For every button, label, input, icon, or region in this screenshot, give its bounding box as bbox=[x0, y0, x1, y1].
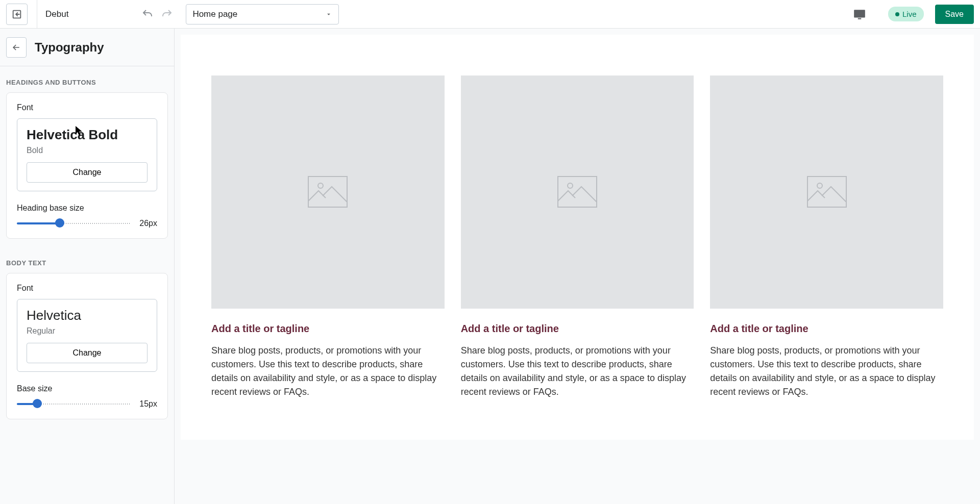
preview-frame: Add a title or tagline Share blog posts,… bbox=[181, 35, 974, 440]
body-font-card: Font Helvetica Regular Change Base size … bbox=[6, 273, 168, 419]
section-label-body: BODY TEXT bbox=[0, 247, 174, 273]
column-title: Add a title or tagline bbox=[461, 323, 694, 335]
exit-icon bbox=[11, 9, 22, 20]
heading-size-slider-row: 26px bbox=[17, 219, 157, 228]
section-label-headings: HEADINGS AND BUTTONS bbox=[0, 66, 174, 92]
back-button[interactable] bbox=[6, 37, 27, 58]
svg-point-4 bbox=[318, 183, 323, 188]
heading-size-value: 26px bbox=[136, 219, 157, 228]
heading-font-card: Font Helvetica Bold Bold Change Heading … bbox=[6, 92, 168, 239]
sidebar: Typography HEADINGS AND BUTTONS Font Hel… bbox=[0, 29, 175, 504]
live-label: Live bbox=[902, 10, 917, 18]
column-title: Add a title or tagline bbox=[710, 323, 943, 335]
preview-area: Add a title or tagline Share blog posts,… bbox=[175, 29, 980, 504]
column-text: Share blog posts, products, or promotion… bbox=[211, 344, 445, 399]
page-selector-label: Home page bbox=[192, 9, 237, 19]
sidebar-title: Typography bbox=[35, 40, 104, 55]
column-title: Add a title or tagline bbox=[211, 323, 445, 335]
body-size-value: 15px bbox=[136, 399, 157, 409]
body-font-box: Helvetica Regular Change bbox=[17, 299, 157, 372]
svg-point-6 bbox=[568, 183, 573, 188]
column: Add a title or tagline Share blog posts,… bbox=[710, 75, 943, 399]
theme-name: Debut bbox=[45, 9, 68, 19]
page-selector[interactable]: Home page bbox=[186, 4, 339, 24]
body-size-slider-row: 15px bbox=[17, 399, 157, 409]
body-size-label: Base size bbox=[17, 384, 157, 393]
undo-icon bbox=[141, 8, 154, 20]
body-font-name: Helvetica bbox=[27, 308, 148, 323]
arrow-left-icon bbox=[11, 42, 21, 53]
svg-rect-7 bbox=[807, 177, 846, 207]
svg-point-8 bbox=[817, 183, 822, 188]
exit-button[interactable] bbox=[6, 4, 28, 25]
body-font-label: Font bbox=[17, 284, 157, 293]
top-bar: Debut Home page Live Save bbox=[0, 0, 980, 29]
save-button[interactable]: Save bbox=[935, 5, 974, 24]
image-placeholder[interactable] bbox=[710, 75, 943, 309]
heading-size-label: Heading base size bbox=[17, 204, 157, 213]
font-label: Font bbox=[17, 103, 157, 112]
history-buttons bbox=[139, 6, 176, 23]
heading-size-slider[interactable] bbox=[17, 222, 130, 225]
desktop-icon bbox=[853, 8, 866, 21]
redo-icon bbox=[161, 8, 173, 20]
column: Add a title or tagline Share blog posts,… bbox=[211, 75, 445, 399]
change-heading-font-button[interactable]: Change bbox=[27, 162, 148, 183]
svg-rect-5 bbox=[558, 177, 597, 207]
heading-font-box: Helvetica Bold Bold Change bbox=[17, 118, 157, 191]
viewport-button[interactable] bbox=[850, 5, 869, 23]
chevron-down-icon bbox=[325, 11, 332, 18]
live-dot-icon bbox=[895, 12, 899, 16]
image-icon bbox=[557, 175, 598, 208]
svg-rect-3 bbox=[308, 177, 347, 207]
live-badge: Live bbox=[888, 7, 924, 21]
svg-rect-1 bbox=[854, 10, 865, 17]
undo-button[interactable] bbox=[139, 6, 156, 23]
body-font-weight: Regular bbox=[27, 326, 148, 336]
body-size-slider[interactable] bbox=[17, 402, 130, 406]
image-placeholder[interactable] bbox=[461, 75, 694, 309]
svg-rect-2 bbox=[858, 18, 862, 19]
redo-button[interactable] bbox=[158, 6, 176, 23]
column-text: Share blog posts, products, or promotion… bbox=[710, 344, 943, 399]
heading-font-weight: Bold bbox=[27, 146, 148, 155]
heading-font-name: Helvetica Bold bbox=[27, 127, 148, 143]
image-placeholder[interactable] bbox=[211, 75, 445, 309]
image-icon bbox=[307, 175, 348, 208]
column-text: Share blog posts, products, or promotion… bbox=[461, 344, 694, 399]
main-area: Typography HEADINGS AND BUTTONS Font Hel… bbox=[0, 29, 980, 504]
sidebar-header: Typography bbox=[0, 29, 174, 66]
divider bbox=[37, 0, 37, 29]
change-body-font-button[interactable]: Change bbox=[27, 343, 148, 363]
columns: Add a title or tagline Share blog posts,… bbox=[211, 75, 943, 399]
image-icon bbox=[806, 175, 847, 208]
column: Add a title or tagline Share blog posts,… bbox=[461, 75, 694, 399]
